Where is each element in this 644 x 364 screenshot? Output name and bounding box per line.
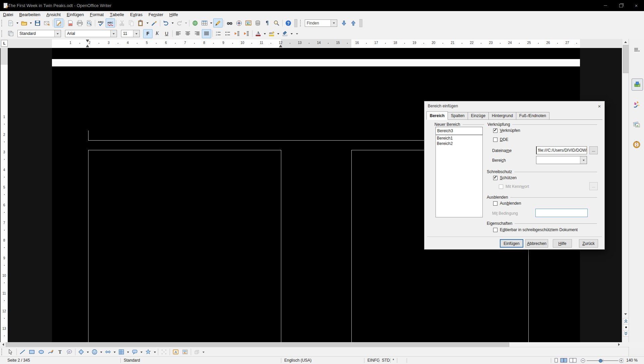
zoom-button[interactable] xyxy=(272,18,281,28)
rectangle-tool-button[interactable] xyxy=(27,348,37,357)
export-pdf-button[interactable]: PDF xyxy=(66,18,75,28)
redo-dropdown[interactable] xyxy=(184,19,188,27)
table-dropdown[interactable] xyxy=(209,19,213,27)
hide-checkbox[interactable] xyxy=(493,201,497,206)
dialog-close-icon[interactable]: × xyxy=(594,102,604,110)
drawbar-overflow-button[interactable] xyxy=(201,348,206,356)
find-toolbar-grip[interactable] xyxy=(300,20,303,27)
selection-mode-indicator[interactable]: STD xyxy=(382,358,390,363)
protect-checkbox[interactable] xyxy=(493,176,497,180)
menu-extras[interactable]: Extras xyxy=(127,11,145,18)
vertical-scrollbar[interactable] xyxy=(622,39,629,342)
styles-window-button[interactable] xyxy=(6,29,15,38)
filename-input[interactable]: file:///C:/Users/DIVID/DOWI xyxy=(536,146,587,154)
extrusion-button[interactable] xyxy=(192,348,201,357)
align-right-button[interactable] xyxy=(192,29,202,38)
restore-button[interactable] xyxy=(613,0,629,11)
open-dropdown[interactable] xyxy=(29,19,33,27)
dde-checkbox[interactable] xyxy=(493,138,497,142)
modified-indicator[interactable]: * xyxy=(393,358,394,363)
menu-bearbeiten[interactable]: Bearbeiten xyxy=(16,11,43,18)
sidebar-styles-button[interactable] xyxy=(632,99,642,109)
toolbar-overflow-button[interactable] xyxy=(295,30,299,38)
block-arrows-button[interactable] xyxy=(103,348,113,357)
callouts-dropdown[interactable] xyxy=(139,348,143,356)
highlighting-button[interactable]: ab xyxy=(267,29,276,38)
sidebar-menu-button[interactable] xyxy=(632,46,642,54)
editable-checkbox-row[interactable]: Editierbar in schreibgeschütztem Dokumen… xyxy=(493,227,578,232)
table-button[interactable] xyxy=(200,18,209,28)
horizontal-scroll-thumb[interactable] xyxy=(6,343,509,347)
book-view-button[interactable] xyxy=(569,358,577,364)
tab-bereich[interactable]: Bereich xyxy=(426,111,448,120)
new-document-dropdown[interactable] xyxy=(15,19,19,27)
undo-button[interactable] xyxy=(161,18,171,28)
link-checkbox-row[interactable]: Verknüpfen xyxy=(493,128,520,133)
tab-spalten[interactable]: Spalten xyxy=(448,112,468,119)
justify-button[interactable] xyxy=(202,29,211,38)
increase-indent-button[interactable] xyxy=(242,29,251,38)
background-color-button[interactable] xyxy=(280,29,290,38)
section-select-dropdown[interactable] xyxy=(580,156,587,164)
insert-button[interactable]: Einfügen xyxy=(500,239,523,248)
vertical-scroll-thumb[interactable] xyxy=(623,45,629,73)
find-next-button[interactable] xyxy=(339,18,349,28)
draw-functions-button[interactable] xyxy=(213,18,223,28)
menu-einfuegen[interactable]: Einfügen xyxy=(64,11,87,18)
tab-stop-selector[interactable]: L xyxy=(1,40,8,47)
open-button[interactable] xyxy=(19,18,29,28)
menu-hilfe[interactable]: Hilfe xyxy=(166,11,181,18)
filename-browse-button[interactable]: ... xyxy=(589,146,598,154)
vertical-callout-button[interactable] xyxy=(65,348,74,357)
sidebar-gallery-button[interactable] xyxy=(632,119,642,129)
underline-button[interactable]: U xyxy=(162,29,171,38)
next-page-button[interactable] xyxy=(623,330,629,336)
text-column-frame-left[interactable] xyxy=(88,150,281,342)
gallery-button[interactable] xyxy=(244,18,253,28)
first-line-indent-marker[interactable] xyxy=(86,40,89,42)
back-button[interactable]: Zurück xyxy=(579,239,598,248)
basic-shapes-dropdown[interactable] xyxy=(86,348,90,356)
password-checkbox[interactable] xyxy=(499,185,503,189)
select-tool-button[interactable] xyxy=(6,348,15,357)
section-list-item[interactable]: Bereich1 xyxy=(437,136,481,141)
bullet-list-button[interactable] xyxy=(223,29,232,38)
ellipse-tool-button[interactable] xyxy=(37,348,46,357)
multi-page-view-button[interactable] xyxy=(560,358,568,364)
navigator-button[interactable] xyxy=(234,18,244,28)
font-size-dropdown[interactable] xyxy=(133,30,139,37)
tab-fussendnoten[interactable]: Fuß-/Endnoten xyxy=(516,112,549,119)
sidebar-navigator-button[interactable]: N xyxy=(632,140,642,150)
paragraph-style-dropdown[interactable] xyxy=(54,30,61,37)
paste-dropdown[interactable] xyxy=(145,19,150,27)
find-dropdown[interactable] xyxy=(331,20,337,27)
horizontal-scrollbar[interactable] xyxy=(0,342,644,347)
menu-datei[interactable]: Datei xyxy=(0,11,16,18)
font-size-select[interactable]: 11 xyxy=(121,30,140,37)
find-previous-button[interactable] xyxy=(349,18,358,28)
scroll-down-button[interactable] xyxy=(622,311,629,317)
symbol-shapes-button[interactable] xyxy=(90,348,99,357)
vertical-ruler[interactable]: 12345678910111213 xyxy=(1,48,8,342)
callouts-button[interactable] xyxy=(130,348,139,357)
align-left-button[interactable] xyxy=(174,29,183,38)
language-indicator[interactable]: Englisch (USA) xyxy=(284,358,311,363)
picture-from-file-button[interactable] xyxy=(180,348,190,357)
password-browse-button[interactable]: ... xyxy=(589,182,598,190)
menu-fenster[interactable]: Fenster xyxy=(145,11,166,18)
section-name-input[interactable]: Bereich3 xyxy=(435,127,483,135)
numbered-list-button[interactable]: 12 xyxy=(214,29,223,38)
cut-button[interactable] xyxy=(117,18,127,28)
single-page-view-button[interactable] xyxy=(554,358,559,364)
drawing-toolbar-grip[interactable] xyxy=(1,349,4,355)
background-color-dropdown[interactable] xyxy=(290,30,294,38)
right-indent-marker[interactable] xyxy=(279,45,282,47)
print-button[interactable] xyxy=(75,18,84,28)
bold-button[interactable]: F xyxy=(143,29,153,38)
format-paintbrush-button[interactable] xyxy=(150,18,159,28)
sidebar-properties-button[interactable] xyxy=(632,79,643,91)
flowchart-button[interactable] xyxy=(117,348,126,357)
dde-checkbox-row[interactable]: DDE xyxy=(493,137,508,142)
page-style-indicator[interactable]: Standard xyxy=(124,358,140,363)
formatting-marks-button[interactable]: ¶ xyxy=(262,18,272,28)
